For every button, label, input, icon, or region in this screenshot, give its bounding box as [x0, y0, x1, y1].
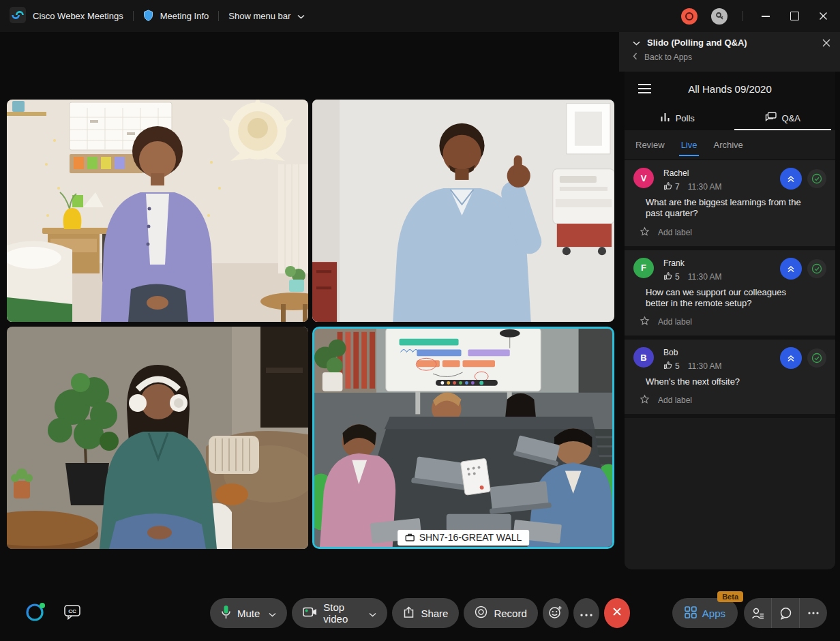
reactions-button[interactable]: [543, 598, 569, 628]
smiley-plus-icon: [548, 605, 562, 622]
maximize-button[interactable]: [787, 9, 802, 24]
video-tile-room-device[interactable]: SHN7-16-GREAT WALL: [312, 327, 614, 549]
meeting-info-button[interactable]: Meeting Info: [143, 10, 209, 23]
thumbs-up-icon: [663, 271, 672, 282]
stop-video-button[interactable]: Stop video: [292, 598, 387, 628]
stop-video-label: Stop video: [323, 601, 360, 625]
beta-badge: Beta: [717, 591, 743, 602]
question-text: What are the biggest learnings from the …: [646, 197, 808, 220]
toolbar-center: Mute Stop video Share Record: [210, 598, 630, 628]
toolbar-right: Apps Beta: [672, 598, 827, 628]
lock-key-icon[interactable]: [711, 8, 728, 25]
video-tile-participant-3[interactable]: [7, 327, 308, 549]
author-name: Bob: [663, 348, 722, 357]
share-button[interactable]: Share: [392, 598, 459, 628]
mark-answered-button[interactable]: [807, 348, 826, 368]
participants-button[interactable]: [744, 598, 771, 628]
apps-side-panel: Slido (Polling and Q&A) Back to Apps All…: [619, 32, 840, 641]
share-label: Share: [421, 608, 448, 619]
add-label-button[interactable]: Add label: [640, 226, 826, 239]
slido-app: All Hands 09/2020 Polls Q&A: [625, 72, 835, 569]
vote-count: 7: [675, 182, 680, 192]
mute-button[interactable]: Mute: [210, 598, 287, 628]
qa-card: F Frank 5 11:30 AM: [625, 250, 835, 340]
video-grid: SHN7-16-GREAT WALL: [7, 100, 614, 549]
qa-card: B Bob 5 11:30 AM: [625, 340, 835, 418]
thumbs-up-icon: [663, 361, 672, 372]
leave-meeting-button[interactable]: [604, 598, 630, 628]
app-identity: Cisco Webex Meetings: [10, 7, 123, 25]
mark-answered-button[interactable]: [807, 169, 826, 188]
device-name-text: SHN7-16-GREAT WALL: [419, 532, 522, 543]
subtab-archive[interactable]: Archive: [713, 130, 742, 159]
question-text: How can we support our colleagues better…: [646, 287, 808, 310]
avatar: B: [633, 347, 654, 368]
qa-subtabs: Review Live Archive: [625, 130, 835, 159]
active-tab-underline: [734, 129, 831, 130]
webex-meeting-window: Cisco Webex Meetings Meeting Info Show m…: [0, 0, 840, 641]
menu-icon[interactable]: [638, 84, 651, 93]
thumbs-up-icon: [663, 181, 672, 192]
add-label-button[interactable]: Add label: [640, 316, 826, 328]
chat-button[interactable]: [771, 598, 799, 628]
record-label: Record: [494, 608, 526, 619]
close-window-button[interactable]: [815, 9, 830, 24]
minimize-button[interactable]: [758, 9, 773, 24]
vote-count: 5: [675, 361, 680, 371]
tab-qa[interactable]: Q&A: [730, 106, 836, 130]
add-label-text: Add label: [658, 228, 692, 237]
panel-title: Slido (Polling and Q&A): [647, 38, 747, 48]
qa-card: V Rachel 7 11:30 AM: [625, 160, 835, 250]
record-icon: [475, 606, 487, 621]
chevron-down-icon: [297, 11, 305, 21]
show-menu-bar-label: Show menu bar: [228, 11, 290, 21]
upvote-button[interactable]: [780, 168, 802, 190]
ellipsis-icon: [580, 607, 592, 619]
panel-toggle-group: [744, 598, 827, 628]
tab-polls[interactable]: Polls: [625, 106, 730, 130]
chevron-down-icon[interactable]: [369, 608, 376, 619]
add-label-text: Add label: [658, 396, 692, 405]
subtab-review[interactable]: Review: [635, 130, 665, 159]
video-tile-participant-1[interactable]: [7, 100, 308, 322]
mute-label: Mute: [237, 608, 260, 619]
close-panel-button[interactable]: [822, 39, 830, 47]
show-menu-bar-button[interactable]: Show menu bar: [228, 11, 305, 21]
collapse-chevron-icon[interactable]: [633, 38, 640, 48]
tab-polls-label: Polls: [676, 113, 695, 123]
microphone-icon: [221, 605, 231, 621]
upvote-button[interactable]: [780, 258, 802, 280]
apps-button[interactable]: Apps Beta: [672, 598, 738, 628]
author-name: Frank: [663, 258, 722, 268]
share-icon: [403, 606, 415, 621]
closed-captions-icon[interactable]: CC: [64, 604, 81, 623]
author-name: Rachel: [663, 168, 722, 178]
mark-answered-button[interactable]: [807, 259, 826, 278]
chevron-left-icon: [633, 53, 638, 62]
meeting-info-label: Meeting Info: [160, 11, 209, 21]
more-options-button[interactable]: [573, 598, 599, 628]
add-label-button[interactable]: Add label: [640, 394, 826, 406]
back-to-apps-button[interactable]: Back to Apps: [633, 53, 830, 62]
slido-meeting-title: All Hands 09/2020: [688, 83, 772, 95]
room-device-icon: [405, 533, 415, 541]
tab-qa-label: Q&A: [782, 113, 800, 123]
camera-icon: [303, 607, 317, 619]
timestamp: 11:30 AM: [688, 361, 722, 371]
subtab-live[interactable]: Live: [681, 130, 698, 159]
divider: [218, 11, 219, 21]
chevron-down-icon[interactable]: [269, 608, 276, 619]
more-panels-button[interactable]: [799, 598, 827, 628]
video-tile-participant-2[interactable]: [312, 100, 614, 322]
apps-label: Apps: [702, 608, 725, 619]
recording-indicator-icon[interactable]: [681, 8, 698, 25]
avatar: V: [633, 168, 654, 188]
star-icon: [640, 316, 650, 328]
add-label-text: Add label: [658, 317, 692, 327]
webex-assistant-icon[interactable]: [25, 601, 46, 625]
question-text: When's the next offsite?: [646, 376, 808, 387]
record-button[interactable]: Record: [464, 598, 537, 628]
app-name: Cisco Webex Meetings: [33, 11, 123, 21]
back-to-apps-label: Back to Apps: [644, 53, 692, 62]
upvote-button[interactable]: [780, 347, 802, 369]
